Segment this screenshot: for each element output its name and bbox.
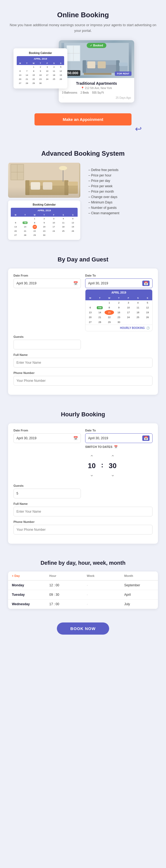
- hourly-date-to-label: Date To: [85, 429, 153, 432]
- cal-cell-empty2: [24, 65, 30, 69]
- cal-cell-22[interactable]: 22: [30, 77, 37, 81]
- calendar-highlighted-day[interactable]: 15: [33, 225, 37, 229]
- date-to-value: April 30, 2019: [88, 281, 108, 285]
- cal-cell-20[interactable]: 20: [17, 77, 24, 81]
- cal-cell-15[interactable]: 15: [30, 73, 37, 77]
- hourly-guests-input[interactable]: [13, 489, 81, 498]
- define-table-header: + Day Hour Week Month: [8, 571, 158, 581]
- hourly-phone-input[interactable]: [13, 525, 153, 534]
- booking-form-day-guest: Date From April 30, 2019 📅 Date To April…: [8, 269, 158, 395]
- book-now-section: BOOK NOW: [0, 617, 166, 645]
- hourly-date-to-input[interactable]: April 30, 2019 📅: [85, 433, 153, 443]
- svg-rect-10: [98, 61, 106, 68]
- cal-cell-3[interactable]: 3: [44, 65, 51, 69]
- cal-cell-28[interactable]: 28: [24, 81, 30, 85]
- feature-item-5: Change over days: [86, 195, 158, 199]
- hour-value: 10: [88, 462, 96, 470]
- cal-cell-13[interactable]: 13: [17, 73, 24, 77]
- cal-day-F: F: [44, 62, 51, 65]
- row1-hour: 09 : 30: [45, 590, 83, 599]
- feature-item-7: Number of guests: [86, 206, 158, 210]
- cal-cell-1[interactable]: 1: [30, 65, 37, 69]
- section3-title: By Day and Guest: [8, 256, 158, 263]
- cal-cell-19[interactable]: 19: [57, 73, 64, 77]
- time-picker: ⌃ 10 ⌄ : ⌃ 30 ⌄: [85, 452, 153, 480]
- cal-cell-14[interactable]: 14: [24, 73, 30, 77]
- date-to-label: Date To: [85, 274, 153, 277]
- cal-cell-8[interactable]: 8: [30, 69, 37, 73]
- cal-cell-27[interactable]: 27: [17, 81, 24, 85]
- hour-picker-col: ⌃ 10 ⌄: [88, 454, 96, 477]
- date-to-input[interactable]: April 30, 2019 📅: [85, 278, 153, 288]
- feature-item-2: Price per day: [86, 179, 158, 183]
- badge-day-cell[interactable]: 798: [20, 221, 30, 225]
- cal-cell-9[interactable]: 9: [37, 69, 44, 73]
- cal-cell-24[interactable]: 24: [44, 77, 51, 81]
- hourly-phone-group: Phone Number: [13, 520, 153, 534]
- hourly-date-from-input[interactable]: April 30, 2019 📅: [13, 433, 81, 443]
- cal-cell-26[interactable]: 26: [57, 77, 64, 81]
- cal-cell-4[interactable]: 4: [51, 65, 57, 69]
- cal-cell-25[interactable]: 25: [51, 77, 57, 81]
- small-calendar-title: Booking Calendar: [11, 203, 77, 206]
- define-table: + Day Hour Week Month Monday 12 : 00 - S…: [8, 571, 158, 609]
- col-header-week: Week: [83, 571, 121, 580]
- cal-cell-29[interactable]: 29: [30, 81, 37, 85]
- booked-badge: ✓ Booked: [87, 43, 106, 48]
- heart-icon[interactable]: ♡: [62, 96, 64, 99]
- cal-cell-10[interactable]: 10: [44, 69, 51, 73]
- date-from-input[interactable]: April 30, 2019 📅: [13, 278, 81, 288]
- cal-cell-12[interactable]: 12: [57, 69, 64, 73]
- svg-rect-8: [116, 60, 120, 73]
- calendar-month-header: APRIL 2019: [17, 56, 64, 62]
- spacer-group: [85, 335, 153, 349]
- hour-up-arrow[interactable]: ⌃: [90, 454, 94, 460]
- switch-dates-button[interactable]: SWITCH TO DATES 📅: [85, 445, 153, 449]
- calendar-switch-icon: 📅: [114, 445, 118, 449]
- fullname-input[interactable]: [13, 358, 153, 368]
- minute-down-arrow[interactable]: ⌄: [111, 472, 115, 477]
- inline-cal-footer: HOURLY BOOKING 🕐: [86, 324, 152, 331]
- svg-point-28: [59, 166, 67, 170]
- cal-cell-23[interactable]: 23: [37, 77, 44, 81]
- cal-cell-17[interactable]: 17: [44, 73, 51, 77]
- phone-input[interactable]: [13, 376, 153, 385]
- cal-cell-18[interactable]: 18: [51, 73, 57, 77]
- guests-input[interactable]: 5: [13, 340, 81, 349]
- guests-row: Guests 5: [13, 335, 153, 349]
- cal-cell-16[interactable]: 16: [37, 73, 44, 77]
- cal-cell-30[interactable]: 30: [37, 81, 44, 85]
- cal-cell-empty1: [17, 65, 24, 69]
- minute-up-arrow[interactable]: ⌃: [111, 454, 115, 460]
- inline-cal-grid: M T W T F S S 1 2 3 4 5 6: [86, 296, 152, 324]
- beds-feature: 2 Beds: [80, 91, 89, 94]
- feature-item-6: Minimum Days: [86, 200, 158, 204]
- section2-title: Advanced Booking System: [8, 150, 158, 157]
- cal-cell-11[interactable]: 11: [51, 69, 57, 73]
- appointment-button[interactable]: Make an Appoinment: [34, 113, 132, 125]
- calendar-grid: M T W T F S S 1 2 3 4 5 6 7 8 9 10 11: [17, 62, 64, 85]
- cal-cell-2[interactable]: 2: [37, 65, 44, 69]
- cal-cell-7[interactable]: 7: [24, 69, 30, 73]
- svg-rect-26: [68, 182, 78, 186]
- days-ago: 25 Days Ago: [115, 96, 131, 99]
- hourly-date-to-value: April 30, 2019: [88, 436, 108, 440]
- cal-cell-5[interactable]: 5: [57, 65, 64, 69]
- phone-label: Phone Number: [13, 371, 153, 374]
- phone-group: Phone Number: [13, 371, 153, 385]
- hourly-fullname-input[interactable]: [13, 507, 153, 517]
- cal-cell-21[interactable]: 21: [24, 77, 30, 81]
- sqft-feature: 555 Sq Ft: [92, 91, 104, 94]
- table-row-2: Wednesday 17 : 00 - July: [8, 599, 158, 609]
- hourly-date-from-group: Date From April 30, 2019 📅: [13, 429, 81, 480]
- book-now-button[interactable]: BOOK NOW: [57, 622, 109, 634]
- hour-down-arrow[interactable]: ⌄: [90, 472, 94, 477]
- inline-cal-selected[interactable]: 15: [105, 310, 114, 315]
- property-info: Traditional Apartments 📍 212 5th Ave, Ne…: [59, 78, 134, 102]
- hourly-booking-link[interactable]: HOURLY BOOKING: [120, 327, 145, 330]
- minute-picker-col: ⌃ 30 ⌄: [109, 454, 117, 477]
- cal-cell-6[interactable]: 6: [17, 69, 24, 73]
- hourly-name-row: Full Name: [13, 502, 153, 517]
- switch-dates-area: SWITCH TO DATES 📅 ⌃ 10 ⌄ : ⌃ 30: [85, 445, 153, 480]
- feature-item-8: Clean management: [86, 211, 158, 215]
